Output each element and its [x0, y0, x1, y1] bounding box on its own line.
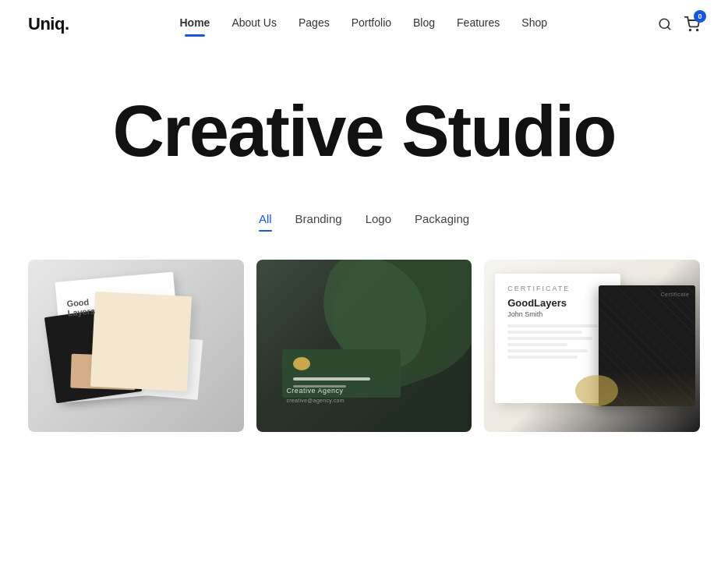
nav-item-features[interactable]: Features — [457, 16, 500, 32]
nav-item-home[interactable]: Home — [179, 16, 210, 32]
site-header: Uniq. Home About Us Pages Portfolio Blog… — [0, 0, 728, 48]
portfolio-item-1[interactable]: GoodLayers — [28, 260, 244, 432]
search-button[interactable] — [658, 17, 672, 31]
nav-item-portfolio[interactable]: Portfolio — [352, 16, 391, 32]
filter-logo[interactable]: Logo — [366, 212, 391, 228]
nav-item-shop[interactable]: Shop — [521, 16, 547, 32]
cart-badge: 0 — [694, 10, 706, 23]
svg-point-2 — [690, 30, 691, 31]
nav-item-pages[interactable]: Pages — [299, 16, 330, 32]
cart-button[interactable]: 0 — [684, 16, 700, 32]
nav-item-about[interactable]: About Us — [231, 16, 277, 32]
portfolio-item-3[interactable]: Certificate GoodLayers John Smith Certif… — [484, 260, 700, 432]
site-logo[interactable]: Uniq. — [28, 14, 69, 34]
portfolio-item-2[interactable]: Creative Agency creative@agency.com — [256, 260, 472, 432]
main-nav: Home About Us Pages Portfolio Blog Featu… — [179, 16, 547, 32]
hero-section: Creative Studio — [0, 48, 728, 190]
nav-utilities: 0 — [658, 16, 700, 32]
filter-packaging[interactable]: Packaging — [415, 212, 469, 228]
filter-all[interactable]: All — [259, 212, 272, 228]
portfolio-grid: GoodLayers Creative Agency creative@agen… — [0, 260, 728, 463]
portfolio-filters: All Branding Logo Packaging — [0, 212, 728, 228]
svg-point-3 — [697, 30, 698, 31]
svg-line-1 — [667, 27, 670, 29]
filter-branding[interactable]: Branding — [295, 212, 342, 228]
search-icon — [658, 17, 672, 31]
hero-title: Creative Studio — [28, 95, 700, 167]
nav-item-blog[interactable]: Blog — [413, 16, 435, 32]
